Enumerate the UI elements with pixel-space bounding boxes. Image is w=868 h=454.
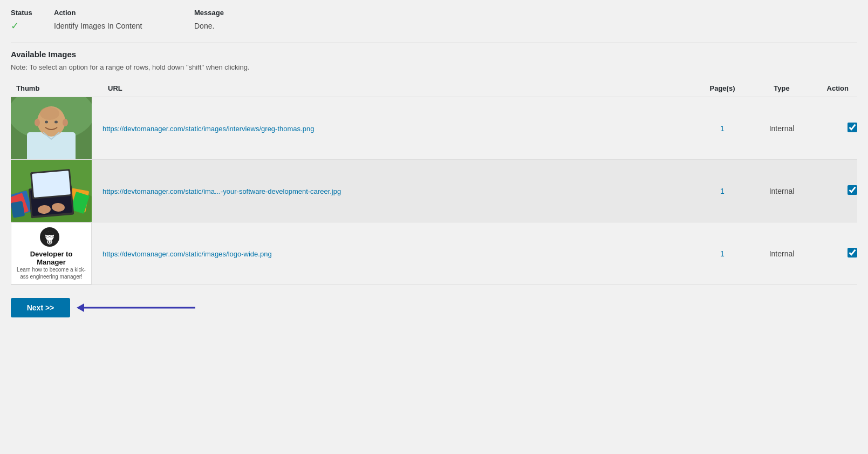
table-row: https://devtomanager.com/static/ima...-y… bbox=[11, 160, 857, 222]
action-checkbox-3[interactable] bbox=[848, 248, 857, 258]
col-type-header: Type bbox=[749, 80, 814, 97]
action-cell-1 bbox=[814, 97, 857, 160]
col-action-header: Action bbox=[814, 80, 857, 97]
action-cell-3 bbox=[814, 222, 857, 285]
status-row: ✓ Identify Images In Content Done. bbox=[11, 19, 857, 33]
status-section: Status Action Message ✓ Identify Images … bbox=[11, 9, 857, 33]
logo-icon-circle bbox=[40, 227, 59, 247]
bottom-section: Next >> bbox=[11, 298, 857, 317]
arrow-container bbox=[77, 302, 195, 313]
arrow-line bbox=[84, 307, 195, 309]
arrow-head-icon bbox=[77, 303, 84, 312]
person-svg-1 bbox=[11, 97, 92, 159]
logo-icon-area bbox=[40, 227, 63, 247]
table-row: Developer to Manager Learn how to become… bbox=[11, 222, 857, 285]
status-icon-cell: ✓ bbox=[11, 19, 54, 33]
svg-point-8 bbox=[45, 121, 48, 124]
message-cell: Done. bbox=[194, 19, 857, 33]
logo-subtitle: Learn how to become a kick-ass engineeri… bbox=[17, 266, 86, 280]
pages-cell-2: 1 bbox=[695, 160, 749, 222]
url-link-2[interactable]: https://devtomanager.com/static/ima...-y… bbox=[102, 187, 341, 195]
logo-svg-icon bbox=[42, 229, 57, 245]
status-table: Status Action Message ✓ Identify Images … bbox=[11, 9, 857, 33]
section-title: Available Images bbox=[11, 50, 857, 59]
thumb-cell-2 bbox=[11, 160, 102, 222]
svg-point-6 bbox=[35, 119, 40, 126]
available-images-section: Available Images Note: To select an opti… bbox=[11, 50, 857, 285]
thumb-cell-1 bbox=[11, 97, 102, 160]
person-thumbnail-1 bbox=[11, 97, 92, 159]
url-cell-2: https://devtomanager.com/static/ima...-y… bbox=[102, 160, 695, 222]
col-status-header: Status bbox=[11, 9, 54, 19]
col-pages-header: Page(s) bbox=[695, 80, 749, 97]
table-row: https://devtomanager.com/static/images/i… bbox=[11, 97, 857, 160]
type-cell-3: Internal bbox=[749, 222, 814, 285]
divider bbox=[11, 43, 857, 43]
pages-cell-1: 1 bbox=[695, 97, 749, 160]
col-action-header: Action bbox=[54, 9, 194, 19]
url-link-1[interactable]: https://devtomanager.com/static/images/i… bbox=[102, 125, 314, 133]
arrow-indicator bbox=[77, 302, 195, 313]
type-cell-2: Internal bbox=[749, 160, 814, 222]
url-link-3[interactable]: https://devtomanager.com/static/images/l… bbox=[102, 250, 272, 258]
url-cell-1: https://devtomanager.com/static/images/i… bbox=[102, 97, 695, 160]
thumb-cell-3: Developer to Manager Learn how to become… bbox=[11, 222, 102, 285]
action-cell: Identify Images In Content bbox=[54, 19, 194, 33]
pages-cell-3: 1 bbox=[695, 222, 749, 285]
col-url-header: URL bbox=[102, 80, 695, 97]
col-message-header: Message bbox=[194, 9, 857, 19]
col-thumb-header: Thumb bbox=[11, 80, 102, 97]
logo-title: Developer to Manager bbox=[17, 250, 86, 266]
svg-point-5 bbox=[40, 107, 59, 120]
images-table: Thumb URL Page(s) Type Action bbox=[11, 80, 857, 285]
svg-point-9 bbox=[54, 121, 58, 124]
svg-point-30 bbox=[49, 241, 51, 243]
action-checkbox-2[interactable] bbox=[848, 185, 857, 195]
page-wrapper: Status Action Message ✓ Identify Images … bbox=[0, 0, 868, 454]
svg-point-25 bbox=[50, 235, 53, 238]
svg-point-24 bbox=[46, 235, 49, 238]
check-icon: ✓ bbox=[11, 21, 19, 31]
action-checkbox-1[interactable] bbox=[848, 123, 857, 132]
logo-thumbnail-3: Developer to Manager Learn how to become… bbox=[11, 222, 92, 284]
action-cell-2 bbox=[814, 160, 857, 222]
laptop-thumbnail-2 bbox=[11, 160, 92, 222]
svg-point-7 bbox=[63, 119, 68, 126]
type-cell-1: Internal bbox=[749, 97, 814, 160]
note-text: Note: To select an option for a range of… bbox=[11, 63, 857, 71]
table-header-row: Thumb URL Page(s) Type Action bbox=[11, 80, 857, 97]
laptop-svg-2 bbox=[11, 160, 92, 222]
url-cell-3: https://devtomanager.com/static/images/l… bbox=[102, 222, 695, 285]
next-button[interactable]: Next >> bbox=[11, 298, 70, 317]
svg-rect-19 bbox=[32, 171, 71, 198]
